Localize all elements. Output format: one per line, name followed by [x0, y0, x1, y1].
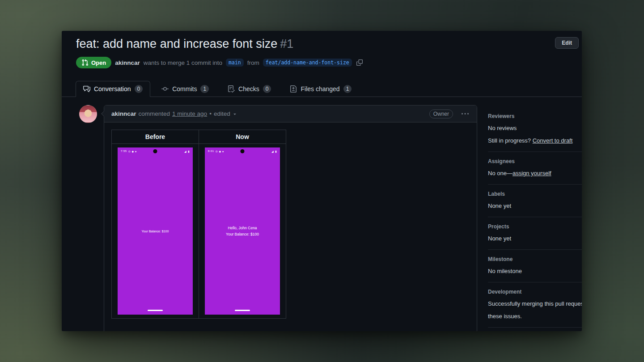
pr-number: #1 [280, 37, 293, 51]
tab-label: Conversation [94, 85, 131, 93]
sidebar-section-assignees: Assignees No one—assign yourself [488, 152, 582, 185]
labels-empty-text: None yet [488, 202, 582, 210]
avatar[interactable] [79, 105, 97, 123]
table-cell-now: 8:01 ⊙ ◆ ● ◢ ▮ [199, 144, 286, 319]
pr-meta: Open akinncar wants to merge 1 commit in… [76, 57, 568, 68]
checklist-icon [228, 85, 235, 93]
github-pr-page: feat: add name and increase font size#1 … [62, 31, 582, 331]
development-text-line2: these issues. [488, 312, 582, 321]
assign-yourself-link[interactable]: assign yourself [513, 170, 551, 177]
pr-meta-from: from [247, 59, 259, 66]
kebab-menu-button[interactable] [461, 109, 470, 118]
reviewers-progress-line: Still in progress? Convert to draft [488, 136, 582, 145]
assignees-empty-prefix: No one— [488, 170, 513, 177]
owner-badge: Owner [429, 109, 453, 118]
sidebar-section-projects: Projects None yet [488, 217, 582, 250]
projects-empty-text: None yet [488, 234, 582, 243]
reviewers-heading: Reviewers [488, 113, 582, 119]
balance-text: Your Balance: $100 [142, 229, 169, 234]
pr-sidebar: Reviewers No reviews Still in progress? … [488, 105, 582, 328]
balance-text: Your Balance: $100 [226, 231, 259, 237]
tab-commits[interactable]: Commits 1 [154, 81, 216, 97]
tab-label: Commits [172, 85, 197, 93]
pr-title: feat: add name and increase font size#1 [76, 36, 568, 51]
comment-action-text: commented [139, 110, 170, 117]
kebab-horizontal-icon [462, 110, 469, 118]
table-header-now: Now [199, 130, 286, 144]
phone-screen-text: Hello, John Cena Your Balance: $100 [205, 147, 280, 315]
pr-state-badge: Open [76, 57, 111, 68]
screenshot-now: 8:01 ⊙ ◆ ● ◢ ▮ [205, 147, 280, 315]
table-header-before: Before [112, 130, 199, 144]
edited-dropdown-button[interactable]: edited [214, 110, 237, 117]
development-text-line1: Successfully merging this pull request [488, 299, 582, 308]
tab-count-badge: 1 [343, 85, 352, 93]
edit-button[interactable]: Edit [555, 37, 579, 49]
assignees-empty-line: No one—assign yourself [488, 169, 582, 178]
git-commit-icon [161, 85, 169, 93]
comment: akinncar commented 1 minute ago • edited… [104, 105, 477, 331]
development-heading: Development [488, 289, 582, 295]
pr-title-text: feat: add name and increase font size [76, 37, 277, 51]
assignees-heading: Assignees [488, 158, 582, 164]
comment-discussion-icon [83, 85, 90, 93]
triangle-down-icon [232, 111, 237, 117]
reviewers-empty-text: No reviews [488, 124, 582, 133]
pr-header: feat: add name and increase font size#1 … [62, 31, 582, 68]
home-indicator [148, 310, 163, 311]
pr-main: akinncar commented 1 minute ago • edited… [62, 97, 582, 331]
sidebar-section-development: Development Successfully merging this pu… [488, 282, 582, 328]
pr-meta-text: wants to merge 1 commit into [144, 59, 222, 66]
projects-heading: Projects [488, 223, 582, 230]
head-branch-label[interactable]: feat/add-name-and-font-size [263, 59, 352, 67]
comment-body: Before Now 7:55 ⊙ ◆ ● [104, 122, 477, 331]
comment-header: akinncar commented 1 minute ago • edited… [104, 105, 477, 122]
milestone-empty-text: No milestone [488, 267, 582, 276]
comment-author-link[interactable]: akinncar [111, 110, 136, 117]
tab-label: Checks [238, 85, 259, 93]
sidebar-section-milestone: Milestone No milestone [488, 250, 582, 282]
table-cell-before: 7:55 ⊙ ◆ ● ◢ ▮ [112, 144, 199, 319]
before-now-table: Before Now 7:55 ⊙ ◆ ● [111, 130, 286, 319]
tab-count-badge: 1 [200, 85, 209, 93]
tab-conversation[interactable]: Conversation 0 [76, 81, 150, 97]
edited-label: edited [214, 110, 230, 117]
pr-state-label: Open [91, 59, 106, 66]
separator-dot: • [209, 110, 212, 117]
screenshot-before: 7:55 ⊙ ◆ ● ◢ ▮ [118, 147, 193, 315]
phone-screen-text: Your Balance: $100 [118, 147, 193, 315]
home-indicator [235, 310, 250, 311]
progress-prefix-text: Still in progress? [488, 137, 531, 144]
greeting-text: Hello, John Cena [228, 225, 257, 231]
file-diff-icon [290, 85, 297, 93]
sidebar-section-reviewers: Reviewers No reviews Still in progress? … [488, 107, 582, 152]
sidebar-section-labels: Labels None yet [488, 185, 582, 217]
labels-heading: Labels [488, 191, 582, 197]
tab-label: Files changed [301, 85, 339, 93]
comment-timestamp-link[interactable]: 1 minute ago [172, 110, 207, 117]
git-pull-request-icon [81, 59, 89, 66]
pr-tabnav: Conversation 0 Commits 1 Checks 0 Files … [62, 81, 582, 97]
pr-author-link[interactable]: akinncar [115, 59, 140, 66]
tab-checks[interactable]: Checks 0 [220, 81, 279, 97]
tab-count-badge: 0 [135, 85, 143, 93]
copy-branch-button[interactable] [356, 59, 364, 66]
milestone-heading: Milestone [488, 256, 582, 262]
convert-to-draft-link[interactable]: Convert to draft [533, 137, 573, 144]
tab-count-badge: 0 [263, 85, 271, 93]
tab-files-changed[interactable]: Files changed 1 [282, 81, 359, 97]
copy-icon [356, 59, 363, 66]
base-branch-label[interactable]: main [226, 59, 244, 67]
